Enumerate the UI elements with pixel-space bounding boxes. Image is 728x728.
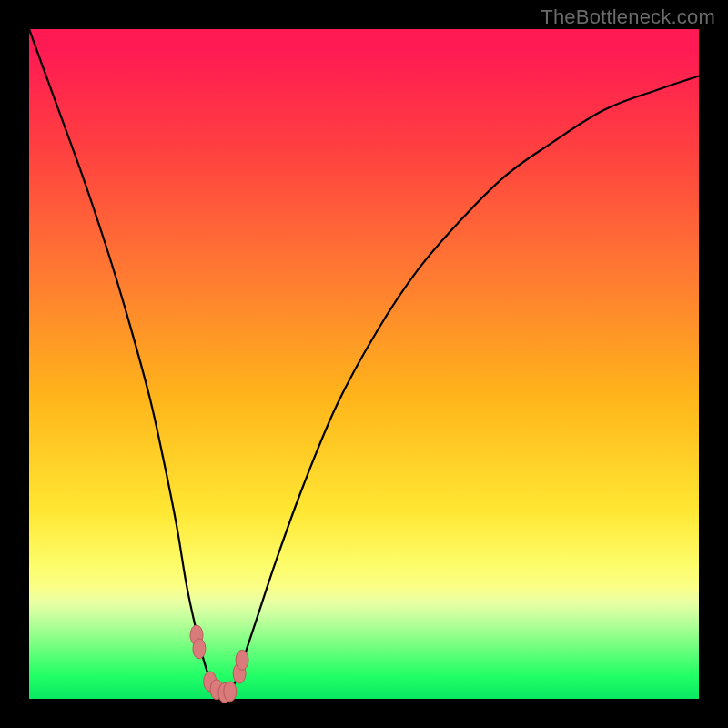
- curve-marker: [224, 682, 237, 702]
- curve-svg: [29, 29, 699, 699]
- chart-frame: TheBottleneck.com: [0, 0, 728, 728]
- curve-marker: [236, 650, 248, 670]
- watermark-text: TheBottleneck.com: [541, 5, 715, 29]
- bottleneck-curve: [29, 29, 699, 694]
- curve-markers: [190, 625, 248, 703]
- curve-marker: [193, 639, 206, 659]
- plot-area: [29, 29, 699, 699]
